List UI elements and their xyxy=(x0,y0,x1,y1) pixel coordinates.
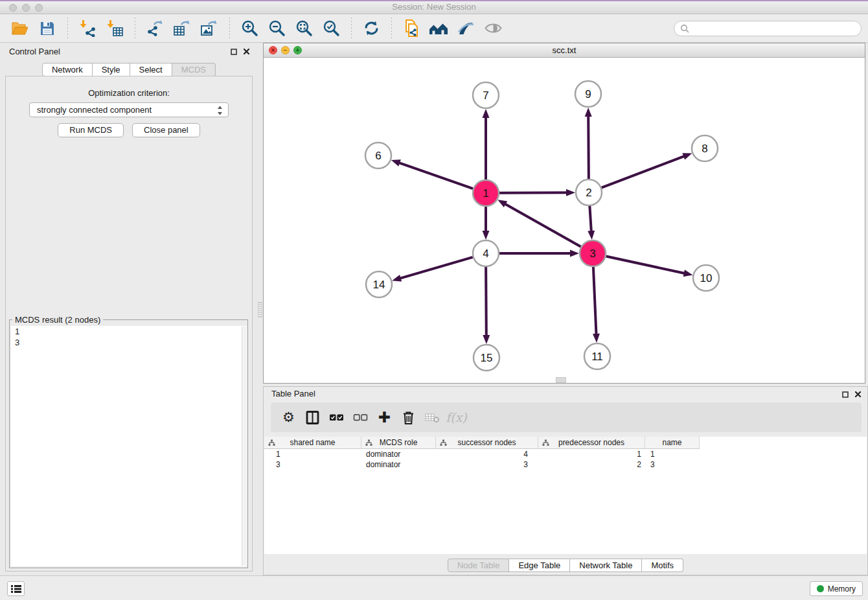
edge-2-3[interactable] xyxy=(588,206,595,240)
create-column-button[interactable]: ✚ xyxy=(372,406,396,429)
tab-network-table[interactable]: Network Table xyxy=(570,559,642,572)
edge-3-11[interactable] xyxy=(593,267,600,343)
node-6[interactable]: 6 xyxy=(365,143,391,168)
edge-4-3[interactable] xyxy=(499,250,579,257)
cell-mcds-role[interactable]: dominator xyxy=(361,459,436,470)
show-hide-button[interactable] xyxy=(482,17,504,40)
open-session-button[interactable] xyxy=(9,17,31,40)
tab-motifs[interactable]: Motifs xyxy=(642,559,683,572)
cell-mcds-role[interactable]: dominator xyxy=(361,449,436,459)
network-window-titlebar[interactable]: × − + scc.txt xyxy=(264,43,865,58)
tab-edge-table[interactable]: Edge Table xyxy=(509,559,570,572)
edge-4-15[interactable] xyxy=(483,267,490,344)
cell-predecessor-nodes[interactable]: 1 xyxy=(538,449,645,459)
destroy-table-button[interactable] xyxy=(420,406,444,429)
node-4[interactable]: 4 xyxy=(473,240,499,266)
export-table-button[interactable] xyxy=(171,17,193,40)
table-row[interactable]: 3dominator323 xyxy=(264,459,867,470)
svg-text:3: 3 xyxy=(589,248,595,260)
column-type-icon xyxy=(440,439,447,446)
edge-1-2[interactable] xyxy=(499,189,575,196)
search-input[interactable] xyxy=(692,23,855,34)
node-1[interactable]: 1 xyxy=(473,180,499,206)
export-network-button[interactable] xyxy=(144,17,166,40)
node-14[interactable]: 14 xyxy=(366,271,392,297)
status-bar: Memory xyxy=(0,575,868,600)
search-box[interactable] xyxy=(674,21,862,36)
select-all-columns-button[interactable] xyxy=(325,406,348,429)
tab-mcds[interactable]: MCDS xyxy=(172,63,216,76)
node-10[interactable]: 10 xyxy=(693,265,719,291)
tab-node-table[interactable]: Node Table xyxy=(448,559,510,572)
node-8[interactable]: 8 xyxy=(692,135,718,161)
table-row[interactable]: 1dominator411 xyxy=(264,449,867,459)
clone-network-button[interactable] xyxy=(400,17,422,40)
zoom-in-button[interactable] xyxy=(238,17,260,40)
cell-name[interactable]: 1 xyxy=(645,449,700,459)
zoom-out-button[interactable] xyxy=(266,17,288,40)
close-panel-button[interactable]: Close panel xyxy=(132,123,200,137)
edge-1-7[interactable] xyxy=(483,109,490,179)
import-network-button[interactable] xyxy=(76,17,98,40)
node-3[interactable]: 3 xyxy=(580,240,606,266)
toolbar-separator xyxy=(67,17,68,40)
function-builder-button[interactable]: f(x) xyxy=(444,406,468,429)
mcds-result-list[interactable]: 13 xyxy=(11,326,246,566)
edge-3-10[interactable] xyxy=(606,256,693,276)
node-15[interactable]: 15 xyxy=(474,345,499,371)
import-table-button[interactable] xyxy=(104,17,126,40)
edge-2-9[interactable] xyxy=(585,108,592,179)
float-panel-icon[interactable] xyxy=(231,49,237,55)
export-image-icon xyxy=(200,19,218,37)
edge-3-1[interactable] xyxy=(497,200,580,246)
delete-column-button[interactable] xyxy=(396,406,420,429)
edge-2-8[interactable] xyxy=(602,153,692,187)
layout-houses-button[interactable] xyxy=(428,17,450,40)
refresh-button[interactable] xyxy=(360,17,382,40)
show-columns-button[interactable] xyxy=(301,406,325,429)
cell-shared-name[interactable]: 1 xyxy=(264,449,361,459)
node-9[interactable]: 9 xyxy=(575,81,601,107)
close-panel-icon[interactable] xyxy=(243,48,250,55)
column-header-successor-nodes[interactable]: successor nodes xyxy=(436,437,538,449)
column-label: name xyxy=(662,438,681,447)
node-11[interactable]: 11 xyxy=(584,343,610,369)
column-header-name[interactable]: name xyxy=(645,437,700,449)
cell-predecessor-nodes[interactable]: 2 xyxy=(538,459,645,470)
tab-select[interactable]: Select xyxy=(130,63,172,76)
memory-button[interactable]: Memory xyxy=(810,581,863,596)
cell-successor-nodes[interactable]: 3 xyxy=(436,459,538,470)
cell-successor-nodes[interactable]: 4 xyxy=(436,449,538,459)
export-image-button[interactable] xyxy=(198,17,220,40)
node-7[interactable]: 7 xyxy=(473,82,499,108)
cell-name[interactable]: 3 xyxy=(645,459,700,470)
edge-4-14[interactable] xyxy=(392,257,473,282)
vertical-splitter-grip[interactable] xyxy=(258,302,262,317)
float-panel-icon[interactable] xyxy=(842,391,849,398)
tab-network[interactable]: Network xyxy=(42,63,93,76)
cell-shared-name[interactable]: 3 xyxy=(264,459,361,470)
zoom-fit-button[interactable] xyxy=(293,17,315,40)
deselect-all-columns-button[interactable] xyxy=(348,406,372,429)
zoom-selected-button[interactable] xyxy=(320,17,342,40)
column-header-mcds-role[interactable]: MCDS role xyxy=(361,437,436,449)
node-2[interactable]: 2 xyxy=(576,179,602,205)
apply-style-button[interactable] xyxy=(455,17,477,40)
run-mcds-button[interactable]: Run MCDS xyxy=(58,123,124,137)
close-panel-icon[interactable] xyxy=(854,391,862,398)
result-scrollbar[interactable] xyxy=(242,327,247,566)
table-settings-button[interactable]: ⚙ xyxy=(277,406,301,429)
tab-style[interactable]: Style xyxy=(93,63,130,76)
edge-1-4[interactable] xyxy=(483,207,490,240)
svg-text:1: 1 xyxy=(483,187,488,200)
horizontal-splitter-grip[interactable] xyxy=(556,377,566,383)
table-toolbar: ⚙ ✚ f(x) xyxy=(271,402,862,432)
network-canvas[interactable]: 7968124314101511 xyxy=(264,58,865,383)
network-graph[interactable]: 7968124314101511 xyxy=(264,58,865,383)
column-header-predecessor-nodes[interactable]: predecessor nodes xyxy=(538,437,645,449)
column-header-shared-name[interactable]: shared name xyxy=(264,437,361,449)
save-session-button[interactable] xyxy=(36,17,58,40)
task-history-button[interactable] xyxy=(7,581,25,596)
edge-1-6[interactable] xyxy=(391,159,473,189)
optimization-criterion-select[interactable]: strongly connected component xyxy=(29,102,229,117)
